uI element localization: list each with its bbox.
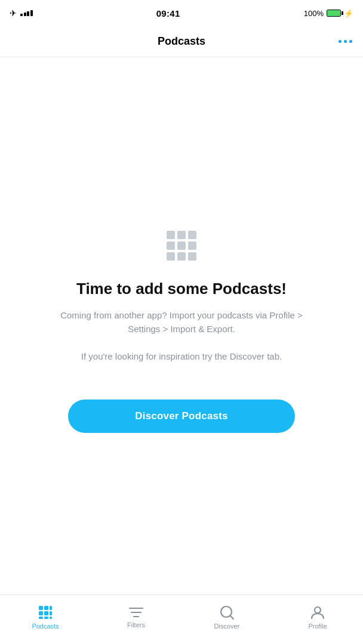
- charging-icon: ⚡: [344, 9, 353, 18]
- svg-rect-3: [39, 611, 43, 615]
- svg-rect-2: [50, 606, 52, 610]
- svg-point-14: [315, 607, 321, 613]
- tab-profile-label: Profile: [308, 623, 327, 630]
- status-bar: ✈ 09:41 100% ⚡: [0, 0, 363, 26]
- dot-1: [339, 40, 342, 43]
- more-options-button[interactable]: [339, 40, 352, 43]
- svg-rect-5: [50, 611, 52, 615]
- tab-filters-label: Filters: [127, 621, 145, 628]
- battery-percent: 100%: [304, 9, 324, 18]
- svg-rect-4: [44, 611, 48, 615]
- signal-bars: [20, 10, 33, 16]
- battery-icon: [327, 10, 341, 17]
- tab-discover[interactable]: Discover: [182, 595, 272, 644]
- svg-line-13: [230, 616, 234, 620]
- svg-rect-7: [44, 617, 48, 619]
- svg-rect-8: [50, 617, 52, 619]
- podcasts-icon: [38, 605, 53, 620]
- empty-state: Time to add some Podcasts! Coming from a…: [0, 57, 363, 595]
- discover-icon: [219, 605, 235, 620]
- svg-rect-0: [39, 606, 43, 610]
- svg-rect-1: [44, 606, 48, 610]
- tab-filters[interactable]: Filters: [91, 595, 182, 644]
- empty-hint: If you're looking for inspiration try th…: [81, 350, 282, 364]
- empty-subtitle: Coming from another app? Import your pod…: [56, 309, 307, 336]
- header: Podcasts: [0, 26, 363, 57]
- podcasts-grid-icon: [167, 231, 196, 261]
- tab-podcasts[interactable]: Podcasts: [0, 595, 91, 644]
- svg-rect-6: [39, 617, 43, 619]
- discover-podcasts-button[interactable]: Discover Podcasts: [68, 400, 295, 433]
- profile-icon: [310, 605, 325, 620]
- status-right: 100% ⚡: [304, 9, 353, 18]
- status-time: 09:41: [156, 8, 180, 18]
- signal-bar-1: [20, 14, 23, 16]
- status-left: ✈: [10, 8, 33, 18]
- filters-icon: [128, 606, 144, 619]
- tab-discover-label: Discover: [214, 623, 240, 630]
- bottom-nav: Podcasts Filters Discover: [0, 595, 363, 644]
- page-title: Podcasts: [158, 35, 205, 48]
- signal-bar-3: [27, 11, 29, 16]
- signal-bar-2: [24, 13, 26, 16]
- dot-3: [349, 40, 352, 43]
- dot-2: [344, 40, 347, 43]
- airplane-icon: ✈: [10, 8, 17, 18]
- empty-title: Time to add some Podcasts!: [76, 280, 287, 298]
- tab-podcasts-label: Podcasts: [32, 623, 59, 630]
- signal-bar-4: [30, 10, 33, 16]
- tab-profile[interactable]: Profile: [272, 595, 363, 644]
